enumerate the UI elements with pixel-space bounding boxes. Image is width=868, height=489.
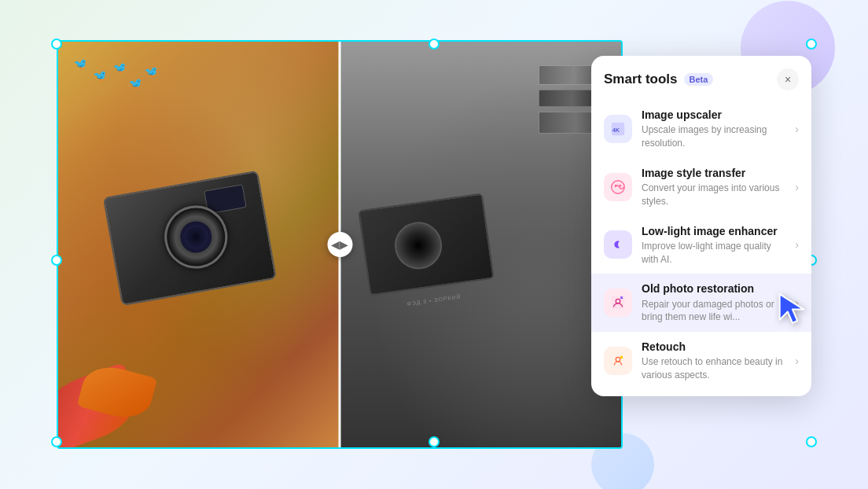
- tool-desc-photo-restoration: Repair your damaged photos or bring them…: [642, 298, 789, 325]
- tool-content-retouch: Retouch Use retouch to enhance beauty in…: [642, 340, 789, 382]
- chevron-icon-retouch: ›: [795, 355, 799, 367]
- svg-text:4K: 4K: [612, 127, 620, 134]
- image-canvas: 🐦 🐦 🐦 🐦 🐦 ◀▶: [57, 40, 623, 449]
- handle-top-right[interactable]: [806, 39, 817, 50]
- image-divider[interactable]: ◀▶: [339, 42, 341, 447]
- chevron-icon-low-light: ›: [795, 238, 799, 251]
- handle-bottom-middle[interactable]: [428, 436, 440, 447]
- cursor-arrow: [776, 291, 807, 329]
- tool-name-style-transfer: Image style transfer: [642, 166, 789, 180]
- tool-icon-photo-restoration: [604, 289, 632, 317]
- chevron-icon-style: ›: [795, 181, 799, 193]
- tool-content-photo-restoration: Old photo restoration Repair your damage…: [642, 281, 789, 324]
- handle-left-middle[interactable]: [51, 255, 62, 266]
- svg-point-2: [612, 180, 625, 193]
- tool-icon-image-upscaler: 4K: [604, 115, 632, 143]
- svg-point-4: [619, 184, 621, 186]
- tool-item-image-upscaler[interactable]: 4K Image upscaler Upscale images by incr…: [591, 100, 811, 158]
- tool-name-retouch: Retouch: [642, 340, 789, 354]
- beta-badge: Beta: [684, 73, 714, 86]
- chevron-icon-upscaler: ›: [795, 123, 799, 135]
- tool-icon-low-light: [604, 230, 632, 259]
- close-button[interactable]: ×: [777, 68, 799, 90]
- panel-title-group: Smart tools Beta: [604, 72, 713, 87]
- tool-desc-image-upscaler: Upscale images by increasing resolution.: [642, 123, 789, 150]
- tool-icon-style-transfer: [604, 173, 632, 201]
- tool-item-retouch[interactable]: Retouch Use retouch to enhance beauty in…: [591, 332, 811, 390]
- image-right-grayscale: ФЭД 3 • ЗОРКИЙ ИСКУССТВО: [340, 42, 621, 447]
- tool-name-image-upscaler: Image upscaler: [642, 108, 789, 122]
- tool-item-style-transfer[interactable]: Image style transfer Convert your images…: [591, 158, 811, 216]
- handle-top-middle[interactable]: [428, 39, 440, 50]
- tool-content-image-upscaler: Image upscaler Upscale images by increas…: [642, 108, 789, 150]
- tool-item-low-light[interactable]: Low-light image enhancer Improve low-lig…: [591, 216, 811, 274]
- tool-desc-low-light: Improve low-light image quality with AI.: [642, 240, 789, 267]
- tool-name-photo-restoration: Old photo restoration: [642, 281, 789, 296]
- panel-header: Smart tools Beta ×: [591, 68, 811, 100]
- image-left-color: 🐦 🐦 🐦 🐦 🐦: [58, 42, 340, 447]
- svg-point-10: [620, 356, 623, 359]
- tool-content-style-transfer: Image style transfer Convert your images…: [642, 166, 789, 208]
- tool-content-low-light: Low-light image enhancer Improve low-lig…: [642, 224, 789, 267]
- smart-tools-panel: Smart tools Beta × 4K Image upscaler Ups…: [591, 56, 811, 396]
- camera-grayscale: ФЭД 3 • ЗОРКИЙ: [358, 193, 495, 296]
- main-container: 🐦 🐦 🐦 🐦 🐦 ◀▶: [57, 24, 811, 465]
- svg-point-3: [615, 184, 617, 186]
- tool-icon-retouch: [604, 347, 632, 375]
- handle-bottom-right[interactable]: [806, 436, 817, 447]
- tool-desc-retouch: Use retouch to enhance beauty in various…: [642, 355, 789, 382]
- handle-top-left[interactable]: [51, 39, 62, 50]
- handle-bottom-left[interactable]: [51, 436, 62, 447]
- tool-name-low-light: Low-light image enhancer: [642, 224, 789, 238]
- divider-handle[interactable]: ◀▶: [327, 232, 352, 257]
- panel-title: Smart tools: [604, 72, 678, 87]
- tools-list: 4K Image upscaler Upscale images by incr…: [591, 100, 811, 390]
- tool-desc-style-transfer: Convert your images into various styles.: [642, 182, 789, 208]
